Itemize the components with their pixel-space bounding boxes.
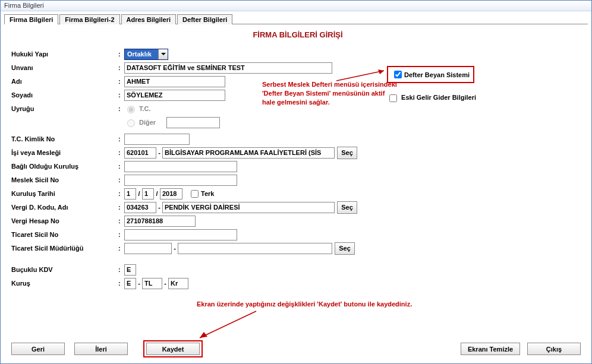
label-kurulus: Kuruluş Tarihi (11, 190, 118, 197)
kaydet-button[interactable]: Kaydet (146, 343, 200, 355)
label-bagli: Bağlı Olduğu Kuruluş (11, 163, 118, 170)
right-panel: Defter Beyan Sistemi Eski Gelir Gider Bi… (387, 66, 577, 104)
label-kurus: Kuruş (11, 280, 118, 287)
label-adi: Adı (11, 78, 118, 85)
bucuklu-kdv-input[interactable] (124, 264, 136, 276)
terk-label: Terk (201, 190, 214, 197)
svg-marker-3 (200, 332, 207, 338)
kurulus-gun-input[interactable] (124, 188, 136, 200)
uyrugu-diger-input (166, 117, 220, 128)
label-vergi-hesap: Vergi Hesap No (11, 217, 118, 224)
defter-beyan-checkbox[interactable] (394, 71, 402, 78)
ticaret-mud-ad-input[interactable] (178, 243, 332, 254)
tab-firma-bilgileri-2[interactable]: Firma Bilgileri-2 (59, 14, 119, 24)
title-bar: Firma Bilgileri (1, 1, 591, 11)
annotation-kaydet: Ekran üzerinde yaptığınız değişklikleri … (197, 300, 494, 308)
kurulus-yil-input[interactable] (160, 188, 182, 200)
vergi-d-sec-button[interactable]: Seç (337, 201, 357, 214)
isi-kodu-input[interactable] (124, 147, 156, 159)
ileri-button[interactable]: İleri (74, 343, 128, 355)
main-window: Firma Bilgileri Firma Bilgileri Firma Bi… (0, 0, 592, 364)
chevron-down-icon[interactable] (158, 49, 168, 59)
cikis-button[interactable]: Çıkış (527, 343, 581, 355)
page-title: FİRMA BİLGİLERİ GİRİŞİ (11, 30, 584, 39)
tab-defter-bilgileri[interactable]: Defter Bilgileri (177, 14, 232, 24)
isi-sec-button[interactable]: Seç (337, 147, 357, 159)
tc-kimlik-input[interactable] (124, 134, 190, 145)
label-isi: İşi veya Mesleği (11, 149, 118, 156)
uyrugu-tc-radio (127, 106, 135, 113)
label-tc-kimlik: T.C. Kimlik No (11, 135, 118, 143)
kurulus-ay-input[interactable] (142, 188, 154, 200)
soyadi-input[interactable] (124, 90, 225, 101)
svg-line-2 (200, 311, 256, 338)
kurus-c-input[interactable] (168, 278, 188, 289)
tab-firma-bilgileri[interactable]: Firma Bilgileri (4, 14, 58, 24)
vergi-d-kod-input[interactable] (124, 202, 156, 213)
label-ticaret-mud: Ticaret Sicil Müdürlüğü (11, 245, 118, 252)
defter-beyan-label: Defter Beyan Sistemi (404, 71, 470, 78)
ticaret-sicil-input[interactable] (124, 229, 237, 240)
hukuki-yapi-value: Ortaklık (125, 49, 158, 59)
ticaret-mud-sec-button[interactable]: Seç (335, 242, 355, 255)
label-meslek-sicil: Meslek Sicil No (11, 176, 118, 183)
vergi-hesap-input[interactable] (124, 216, 196, 227)
kurus-b-input[interactable] (142, 278, 162, 289)
isi-ad-input[interactable] (162, 147, 335, 159)
label-uyrugu: Uyruğu (11, 105, 118, 112)
label-ticaret-sicil: Ticaret Sicil No (11, 231, 118, 238)
eski-gelir-label: Eski Gelir Gider Bilgileri (401, 94, 476, 101)
bagli-input[interactable] (124, 161, 237, 172)
label-vergi-d: Vergi D. Kodu, Adı (11, 204, 118, 211)
defter-beyan-highlight-box: Defter Beyan Sistemi (387, 66, 474, 83)
ticaret-mud-kod-input[interactable] (124, 243, 172, 254)
kaydet-highlight-box: Kaydet (143, 340, 203, 357)
uyrugu-diger-label: Diğer (139, 119, 156, 126)
unvani-input[interactable] (124, 62, 332, 74)
uyrugu-tc-label: T.C. (139, 105, 151, 112)
label-hukuki-yapi: Hukuki Yapı (11, 50, 118, 58)
tab-strip: Firma Bilgileri Firma Bilgileri-2 Adres … (1, 11, 591, 24)
meslek-sicil-input[interactable] (124, 175, 237, 186)
label-bucuklu-kdv: Buçuklu KDV (11, 266, 118, 273)
kurus-a-input[interactable] (124, 278, 136, 289)
adi-input[interactable] (124, 76, 225, 87)
annotation-defter-beyan: Serbest Meslek Defteri menüsü içerisinde… (262, 80, 399, 107)
ekrani-temizle-button[interactable]: Ekranı Temizle (461, 343, 520, 355)
label-unvani: Unvanı (11, 64, 118, 71)
bottom-bar: Geri İleri Kaydet Ekranı Temizle Çıkış (11, 340, 581, 357)
window-title: Firma Bilgileri (4, 2, 44, 9)
terk-checkbox[interactable] (191, 190, 199, 198)
hukuki-yapi-select[interactable]: Ortaklık (124, 49, 168, 60)
geri-button[interactable]: Geri (11, 343, 65, 355)
uyrugu-diger-radio (127, 119, 135, 127)
vergi-d-ad-input[interactable] (162, 202, 335, 213)
tab-adres-bilgileri[interactable]: Adres Bilgileri (121, 14, 177, 24)
label-soyadi: Soyadı (11, 91, 118, 99)
form-panel: FİRMA BİLGİLERİ GİRİŞİ Hukuki Yapı : Ort… (1, 24, 591, 294)
arrow-icon (191, 308, 262, 344)
